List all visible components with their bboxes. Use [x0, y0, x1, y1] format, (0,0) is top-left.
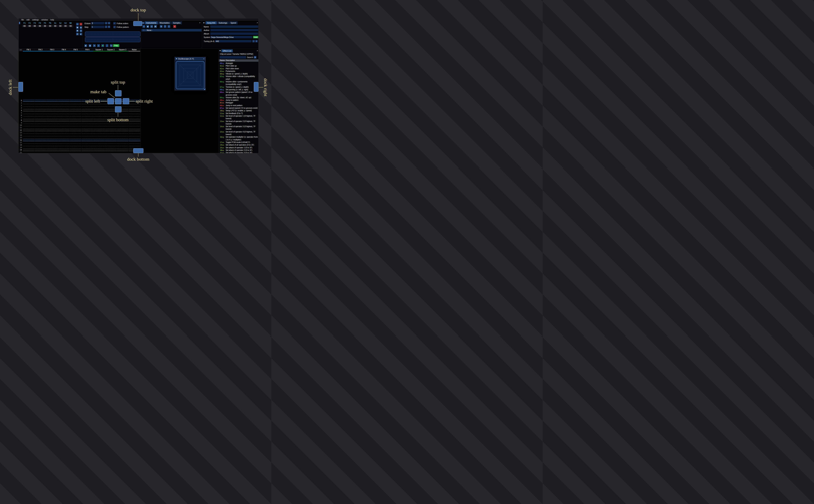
order-row[interactable]: 00000000000000000000: [22, 25, 73, 27]
tuning-decrease-button[interactable]: -: [252, 40, 255, 42]
pattern-row[interactable]: 12: [19, 129, 140, 131]
order-cell[interactable]: 00: [53, 25, 58, 27]
pattern-channel-header[interactable]: Square 3: [117, 49, 129, 51]
move-instrument-up-button[interactable]: ↑: [164, 25, 166, 28]
tab-instruments[interactable]: Instruments: [145, 21, 158, 24]
close-icon[interactable]: ×: [199, 22, 200, 24]
step-increase-button[interactable]: +: [108, 26, 110, 28]
poly-toggle-button[interactable]: Poly: [113, 44, 119, 47]
pattern-row[interactable]: 5: [19, 112, 140, 114]
pattern-row[interactable]: 15: [19, 136, 140, 139]
make-tab-target[interactable]: [115, 98, 121, 104]
pattern-channel-header[interactable]: FM 6: [81, 49, 93, 51]
follow-pattern-checkbox[interactable]: ✓: [113, 26, 116, 28]
author-field[interactable]: [210, 29, 258, 31]
pattern-row-cells[interactable]: [23, 151, 140, 153]
delete-instrument-button[interactable]: ×: [173, 25, 176, 28]
pattern-row[interactable]: 17: [19, 141, 140, 144]
dock-bottom-target[interactable]: [133, 148, 143, 153]
pattern-row[interactable]: 21: [19, 151, 140, 153]
pattern-options-button[interactable]: ++: [19, 49, 22, 51]
menu-item[interactable]: file: [20, 19, 25, 21]
pattern-row-cells[interactable]: [23, 104, 140, 107]
pattern-row-cells[interactable]: [23, 107, 140, 109]
auto-system-button[interactable]: Auto: [253, 36, 258, 38]
play-once-button[interactable]: ⇥: [93, 44, 96, 47]
name-field[interactable]: [210, 25, 258, 28]
pattern-row[interactable]: 19: [19, 146, 140, 149]
split-top-target[interactable]: [115, 90, 121, 96]
pattern-channel-header[interactable]: Square 1: [93, 49, 105, 51]
pattern-channel-header[interactable]: FM 4: [58, 49, 70, 51]
duplicate-instrument-button[interactable]: ▣: [146, 25, 149, 28]
effect-list-menu-button[interactable]: ≡: [254, 56, 256, 59]
metronome-button[interactable]: ♩: [106, 44, 108, 47]
close-icon[interactable]: ×: [203, 58, 204, 60]
follow-orders-checkbox[interactable]: ✓: [113, 22, 116, 25]
pattern-channel-header[interactable]: FM 2: [35, 49, 46, 51]
pattern-row-cells[interactable]: [23, 114, 140, 116]
dock-right-target[interactable]: [254, 82, 258, 92]
pattern-row[interactable]: 0: [19, 99, 140, 102]
octave-input[interactable]: 3: [91, 22, 104, 25]
split-right-target[interactable]: [123, 98, 129, 104]
system-field[interactable]: Sega Genesis/Mega Drive: [210, 36, 252, 38]
pattern-row[interactable]: 14: [19, 134, 140, 136]
dock-left-target[interactable]: [18, 82, 23, 92]
pattern-row-cells[interactable]: [23, 144, 140, 146]
order-duplicate-end-button[interactable]: ⇊: [80, 29, 82, 32]
order-cell[interactable]: 00: [22, 25, 27, 27]
add-instrument-button[interactable]: +: [142, 25, 145, 28]
pattern-row[interactable]: 1: [19, 102, 140, 104]
pattern-row-cells[interactable]: [23, 141, 140, 144]
pattern-row-cells[interactable]: [23, 134, 140, 136]
pattern-channel-header[interactable]: FM 3: [46, 49, 58, 51]
collapse-arrow-icon[interactable]: ▼: [176, 58, 177, 60]
pattern-channel-header[interactable]: Noise: [128, 49, 140, 51]
pattern-row[interactable]: 13: [19, 131, 140, 134]
resize-grip[interactable]: [203, 88, 205, 90]
order-cell[interactable]: 00: [27, 25, 32, 27]
orders-drag-handle[interactable]: [19, 22, 20, 24]
menu-item[interactable]: settings: [31, 19, 40, 21]
tuning-increase-button[interactable]: +: [255, 40, 258, 42]
pattern-row-cells[interactable]: [23, 149, 140, 151]
order-select-mode-button[interactable]: ►: [80, 33, 82, 35]
order-cell[interactable]: 00: [32, 25, 37, 27]
dock-top-target[interactable]: [133, 21, 142, 26]
pattern-row-cells[interactable]: [23, 146, 140, 149]
octave-decrease-button[interactable]: -: [105, 22, 107, 24]
tab-effect-list[interactable]: Effect List: [221, 49, 233, 52]
tuning-field[interactable]: 440: [215, 40, 252, 42]
oscilloscope-title-bar[interactable]: ▼ Oscilloscope (X-Y) ×: [175, 57, 205, 60]
effect-search-input[interactable]: [220, 56, 246, 59]
pattern-row[interactable]: 20: [19, 149, 140, 151]
oscilloscope-xy-window[interactable]: ▼ Oscilloscope (X-Y) ×: [175, 57, 205, 90]
edit-record-toggle-button[interactable]: ●: [101, 44, 104, 47]
order-cell[interactable]: 00: [63, 25, 68, 27]
pattern-row[interactable]: 6: [19, 114, 140, 116]
play-button[interactable]: ▶: [84, 44, 87, 47]
collapse-arrow-icon[interactable]: ▼: [203, 22, 204, 24]
order-cell[interactable]: 00: [68, 25, 73, 27]
repeat-pattern-button[interactable]: ↻: [110, 44, 113, 47]
toggle-folders-button[interactable]: ⇅: [160, 25, 163, 28]
step-input[interactable]: 1: [91, 26, 104, 28]
order-move-up-button[interactable]: ▲: [80, 26, 82, 29]
pattern-row[interactable]: 11: [19, 126, 140, 129]
order-move-down-button[interactable]: ▼: [76, 29, 79, 32]
menu-item[interactable]: window: [40, 19, 49, 21]
order-remove-button[interactable]: −: [80, 23, 82, 25]
order-cell[interactable]: 00: [42, 25, 48, 27]
pattern-row-cells[interactable]: [23, 124, 140, 126]
close-icon[interactable]: ×: [257, 22, 258, 24]
pattern-row[interactable]: 18: [19, 144, 140, 146]
pattern-row-cells[interactable]: [23, 136, 140, 139]
step-decrease-button[interactable]: -: [105, 26, 107, 28]
pattern-row-cells[interactable]: [23, 126, 140, 129]
tab-song-info[interactable]: Song Info: [205, 21, 217, 24]
order-add-button[interactable]: +: [76, 23, 79, 25]
pattern-row[interactable]: 2: [19, 104, 140, 107]
order-change-mode-button[interactable]: ⇄: [76, 33, 79, 35]
step-row-button[interactable]: ↓: [97, 44, 100, 47]
